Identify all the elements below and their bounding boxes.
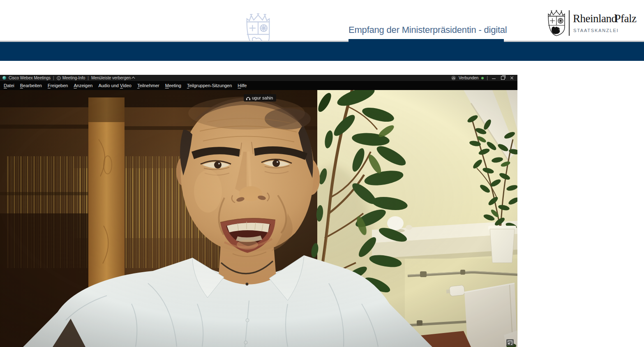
close-button[interactable] bbox=[509, 76, 515, 80]
coat-of-arms-watermark-icon bbox=[243, 13, 273, 42]
hide-menubar-label: Menüleiste verbergen bbox=[91, 76, 131, 80]
coat-of-arms-icon bbox=[546, 10, 567, 36]
navy-banner bbox=[0, 42, 644, 61]
menu-item-audio-und-video[interactable]: Audio und Video bbox=[95, 83, 134, 88]
brand-subtitle: STAATSKANZLEI bbox=[573, 28, 619, 33]
pip-button[interactable] bbox=[506, 339, 514, 346]
video-scene bbox=[0, 90, 517, 347]
pip-icon bbox=[508, 340, 512, 345]
webex-titlebar: Cisco Webex Meetings | Meeting-Info | Me… bbox=[0, 75, 517, 81]
menu-item-meeting[interactable]: Meeting bbox=[162, 83, 184, 88]
status-dot bbox=[481, 77, 484, 79]
meeting-info-button[interactable]: Meeting-Info bbox=[57, 76, 85, 80]
minimize-button[interactable] bbox=[491, 78, 497, 79]
menu-item-teilgruppen-sitzungen[interactable]: Teilgruppen-Sitzungen bbox=[184, 83, 235, 88]
titlebar-separator: | bbox=[88, 76, 89, 80]
watermark-coat-of-arms bbox=[243, 13, 273, 42]
participant-name-tag: ugur sahin bbox=[244, 94, 276, 102]
brand-logo: RheinlandPfalz STAATSKANZLEI bbox=[545, 8, 644, 38]
menu-item-bearbeiten[interactable]: Bearbeiten bbox=[17, 83, 45, 88]
restore-button[interactable] bbox=[500, 76, 506, 80]
brand-name-part1: Rheinland bbox=[573, 12, 616, 25]
connection-status-label: Verbunden bbox=[459, 76, 478, 80]
webex-app-title: Cisco Webex Meetings bbox=[9, 76, 51, 80]
menu-item-datei[interactable]: Datei bbox=[1, 83, 17, 88]
webex-logo-icon bbox=[2, 76, 6, 80]
webex-window: Cisco Webex Meetings | Meeting-Info | Me… bbox=[0, 75, 517, 347]
webex-menubar: DateiBearbeitenFreigebenAnzeigenAudio un… bbox=[0, 81, 517, 90]
audio-icon bbox=[246, 95, 251, 103]
hide-menubar-button[interactable]: Menüleiste verbergen bbox=[91, 76, 135, 80]
connection-status-icon bbox=[451, 76, 456, 80]
titlebar-separator: | bbox=[53, 76, 54, 80]
participant-name-label: ugur sahin bbox=[252, 95, 273, 100]
minimize-icon bbox=[492, 79, 496, 79]
page-title: Empfang der Ministerpräsidentin - digita… bbox=[349, 25, 507, 35]
close-icon bbox=[510, 76, 514, 80]
meeting-info-label: Meeting-Info bbox=[62, 76, 85, 80]
restore-icon bbox=[501, 76, 505, 80]
site-header: Empfang der Ministerpräsidentin - digita… bbox=[0, 0, 644, 41]
chevron-up-icon bbox=[132, 76, 135, 80]
menu-item-hilfe[interactable]: Hilfe bbox=[235, 83, 249, 88]
menu-item-anzeigen[interactable]: Anzeigen bbox=[71, 83, 95, 88]
video-area: ugur sahin bbox=[0, 90, 517, 347]
menu-item-freigeben[interactable]: Freigeben bbox=[45, 83, 71, 88]
titlebar-separator: | bbox=[487, 76, 488, 80]
menu-item-teilnehmer[interactable]: Teilnehmer bbox=[134, 83, 162, 88]
brand-name-part2: Pfalz bbox=[614, 12, 636, 25]
info-icon bbox=[57, 76, 61, 80]
brand-name: RheinlandPfalz bbox=[573, 12, 636, 25]
brand-divider bbox=[569, 10, 570, 36]
